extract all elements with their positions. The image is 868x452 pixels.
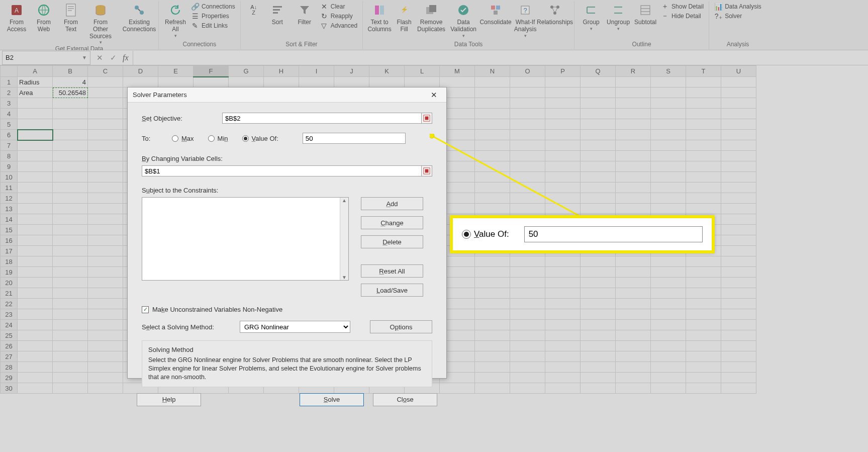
help-button[interactable]: Help [137, 393, 201, 406]
row-header[interactable]: 26 [1, 341, 18, 351]
row-header[interactable]: 16 [1, 235, 18, 246]
cell[interactable] [18, 320, 53, 330]
solving-method-select[interactable]: GRG Nonlinear [240, 321, 350, 333]
cell[interactable] [88, 267, 123, 278]
cell[interactable] [581, 256, 616, 267]
cell[interactable] [88, 77, 123, 87]
cell[interactable] [334, 77, 369, 87]
column-header[interactable]: Q [581, 66, 616, 77]
row-header[interactable]: 7 [1, 140, 18, 151]
cell[interactable] [651, 87, 686, 98]
column-header[interactable]: E [158, 66, 194, 77]
cell[interactable] [88, 299, 123, 309]
cell[interactable] [686, 98, 721, 109]
row-header[interactable]: 11 [1, 183, 18, 193]
cell[interactable] [475, 362, 510, 373]
add-button[interactable]: Add [361, 197, 423, 210]
cell[interactable] [545, 140, 581, 151]
cell[interactable] [581, 383, 616, 394]
cell[interactable] [53, 256, 88, 267]
changing-cells-input[interactable] [142, 165, 422, 176]
cell[interactable] [53, 204, 88, 214]
row-header[interactable]: 14 [1, 214, 18, 225]
reset-all-button[interactable]: Reset All [361, 264, 423, 278]
cell[interactable] [721, 204, 756, 214]
callout-radio-value-of[interactable]: Value Of: [462, 229, 509, 239]
cell[interactable] [88, 278, 123, 288]
cell[interactable] [616, 299, 651, 309]
cell[interactable] [510, 309, 545, 320]
cell[interactable] [510, 193, 545, 204]
cell[interactable] [53, 330, 88, 341]
cell[interactable] [440, 77, 475, 87]
cell[interactable] [651, 299, 686, 309]
cell[interactable] [721, 119, 756, 130]
options-button[interactable]: Options [370, 320, 432, 333]
cell[interactable] [616, 87, 651, 98]
cell[interactable] [53, 320, 88, 330]
cell[interactable] [545, 109, 581, 119]
cell[interactable] [88, 309, 123, 320]
cell[interactable] [88, 246, 123, 256]
row-header[interactable]: 19 [1, 267, 18, 278]
cell[interactable] [651, 309, 686, 320]
cell[interactable] [616, 151, 651, 161]
column-header[interactable]: L [405, 66, 440, 77]
cell[interactable] [616, 119, 651, 130]
cell[interactable] [88, 341, 123, 351]
cell[interactable] [581, 330, 616, 341]
cell[interactable] [53, 362, 88, 373]
row-header[interactable]: 13 [1, 204, 18, 214]
row-header[interactable]: 5 [1, 119, 18, 130]
cell[interactable] [545, 330, 581, 341]
cell[interactable] [18, 214, 53, 225]
cell[interactable] [53, 161, 88, 172]
cell[interactable] [616, 77, 651, 87]
cell[interactable] [651, 161, 686, 172]
cell[interactable] [651, 193, 686, 204]
cell[interactable] [510, 77, 545, 87]
cell[interactable] [88, 373, 123, 383]
cell[interactable] [475, 288, 510, 299]
cell[interactable] [581, 299, 616, 309]
cell[interactable] [545, 299, 581, 309]
cell[interactable] [581, 288, 616, 299]
cell[interactable] [88, 235, 123, 246]
cell[interactable] [18, 256, 53, 267]
cell[interactable] [510, 362, 545, 373]
cell[interactable] [88, 330, 123, 341]
cell[interactable] [545, 320, 581, 330]
cell[interactable] [581, 151, 616, 161]
cell[interactable] [18, 288, 53, 299]
cell[interactable] [616, 341, 651, 351]
flash-fill-button[interactable]: ⚡FlashFill [393, 1, 415, 33]
row-header[interactable]: 21 [1, 288, 18, 299]
cell[interactable] [18, 351, 53, 362]
cell[interactable] [651, 204, 686, 214]
cell[interactable] [686, 373, 721, 383]
column-header[interactable]: C [88, 66, 123, 77]
scrollbar[interactable]: ▲▼ [340, 198, 348, 280]
cell[interactable] [686, 183, 721, 193]
cell[interactable] [18, 98, 53, 109]
cell[interactable] [475, 320, 510, 330]
cell[interactable] [686, 341, 721, 351]
cell[interactable] [545, 278, 581, 288]
close-button[interactable]: Close [373, 393, 437, 406]
cell[interactable] [721, 278, 756, 288]
cell[interactable] [88, 214, 123, 225]
cell[interactable] [18, 183, 53, 193]
cell[interactable] [88, 288, 123, 299]
cell[interactable] [616, 278, 651, 288]
column-header[interactable]: F [194, 66, 229, 77]
cell[interactable] [581, 87, 616, 98]
cell[interactable] [721, 172, 756, 183]
cell[interactable] [686, 87, 721, 98]
cell[interactable] [581, 351, 616, 362]
cell[interactable] [616, 309, 651, 320]
cell[interactable] [616, 140, 651, 151]
row-header[interactable]: 30 [1, 383, 18, 394]
solver-button[interactable]: ?₊Solver [714, 12, 761, 20]
cell[interactable] [581, 373, 616, 383]
cell[interactable] [18, 109, 53, 119]
